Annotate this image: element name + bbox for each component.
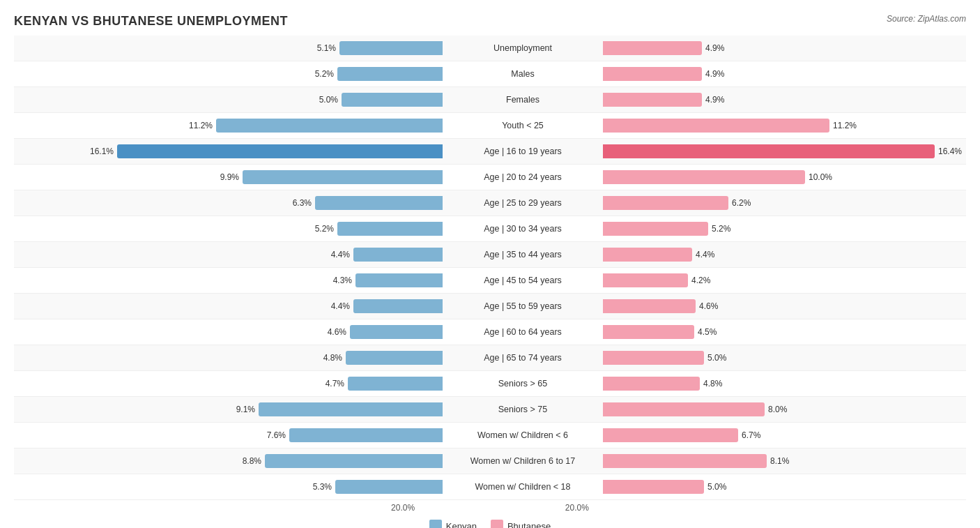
row-left-section: 4.8% xyxy=(14,351,446,365)
row-right-section: 6.7% xyxy=(599,428,980,442)
chart-row: 4.3% Age | 45 to 54 years 4.2% xyxy=(14,268,966,294)
right-value: 4.9% xyxy=(705,95,730,105)
kenyan-color-box xyxy=(429,520,442,528)
row-label: Age | 60 to 64 years xyxy=(446,327,599,337)
chart-row: 16.1% Age | 16 to 19 years 16.4% xyxy=(14,139,966,165)
right-value: 4.4% xyxy=(696,250,720,259)
left-bar xyxy=(346,351,443,365)
left-value: 4.4% xyxy=(326,301,350,311)
right-value: 6.2% xyxy=(732,198,756,208)
right-bar xyxy=(603,222,708,236)
left-value: 4.4% xyxy=(326,250,350,259)
row-label: Seniors > 65 xyxy=(446,379,599,389)
chart-row: 4.6% Age | 60 to 64 years 4.5% xyxy=(14,319,966,345)
row-left-section: 4.7% xyxy=(14,377,446,391)
right-bar xyxy=(603,480,704,494)
left-bar xyxy=(337,67,443,81)
left-bar xyxy=(350,325,443,339)
row-right-section: 4.6% xyxy=(599,299,980,313)
row-left-section: 11.2% xyxy=(14,119,446,133)
row-label: Males xyxy=(446,69,599,79)
row-right-section: 5.0% xyxy=(599,351,980,365)
left-value: 4.7% xyxy=(320,379,344,389)
right-bar xyxy=(603,41,702,55)
right-bar xyxy=(603,170,805,184)
left-value: 5.3% xyxy=(307,482,332,492)
right-value: 5.0% xyxy=(707,353,732,363)
left-bar xyxy=(335,480,443,494)
right-bar xyxy=(603,325,694,339)
row-right-section: 6.2% xyxy=(599,196,980,210)
chart-container: KENYAN VS BHUTANESE UNEMPLOYMENT Source:… xyxy=(0,0,980,528)
chart-row: 6.3% Age | 25 to 29 years 6.2% xyxy=(14,190,966,216)
row-label: Age | 16 to 19 years xyxy=(446,146,599,156)
right-value: 16.4% xyxy=(938,146,963,156)
right-bar xyxy=(603,196,728,210)
chart-row: 4.4% Age | 55 to 59 years 4.6% xyxy=(14,294,966,319)
row-right-section: 4.2% xyxy=(599,273,980,287)
right-value: 8.1% xyxy=(770,456,795,466)
left-bar xyxy=(339,41,443,55)
row-label: Unemployment xyxy=(446,43,599,53)
chart-area: 5.1% Unemployment 4.9% 5.2% Males 4.9% 5… xyxy=(14,36,966,500)
row-left-section: 5.2% xyxy=(14,222,446,236)
right-bar xyxy=(603,144,935,158)
right-bar xyxy=(603,248,692,262)
left-bar xyxy=(265,454,443,468)
legend: Kenyan Bhutanese xyxy=(14,520,966,528)
row-left-section: 8.8% xyxy=(14,454,446,468)
chart-row: 9.9% Age | 20 to 24 years 10.0% xyxy=(14,165,966,190)
right-bar xyxy=(603,377,700,391)
row-label: Age | 25 to 29 years xyxy=(446,198,599,208)
row-left-section: 9.1% xyxy=(14,402,446,416)
row-right-section: 8.0% xyxy=(599,402,980,416)
left-bar xyxy=(348,377,443,391)
row-left-section: 5.3% xyxy=(14,480,446,494)
right-bar xyxy=(603,273,688,287)
right-value: 4.6% xyxy=(699,301,723,311)
right-value: 4.9% xyxy=(705,43,730,53)
chart-row: 4.7% Seniors > 65 4.8% xyxy=(14,371,966,397)
left-value: 7.6% xyxy=(261,430,286,440)
row-left-section: 9.9% xyxy=(14,170,446,184)
chart-row: 5.3% Women w/ Children < 18 5.0% xyxy=(14,474,966,500)
left-value: 4.3% xyxy=(328,276,352,285)
left-bar xyxy=(342,93,443,107)
left-bar xyxy=(216,119,443,133)
row-right-section: 4.9% xyxy=(599,41,980,55)
left-bar xyxy=(243,170,443,184)
chart-row: 4.8% Age | 65 to 74 years 5.0% xyxy=(14,345,966,371)
right-bar xyxy=(603,299,696,313)
right-bar xyxy=(603,351,704,365)
chart-row: 5.2% Age | 30 to 34 years 5.2% xyxy=(14,216,966,242)
row-label: Age | 30 to 34 years xyxy=(446,224,599,234)
row-label: Age | 35 to 44 years xyxy=(446,250,599,259)
left-value: 5.0% xyxy=(314,95,338,105)
row-label: Women w/ Children < 18 xyxy=(446,482,599,492)
axis-left-label: 20.0% xyxy=(391,503,415,513)
row-right-section: 4.5% xyxy=(599,325,980,339)
bhutanese-color-box xyxy=(491,520,503,528)
row-left-section: 16.1% xyxy=(14,144,446,158)
row-right-section: 11.2% xyxy=(599,119,980,133)
left-value: 9.9% xyxy=(215,172,239,182)
right-bar xyxy=(603,454,767,468)
kenyan-label: Kenyan xyxy=(446,521,477,529)
left-value: 5.1% xyxy=(312,43,336,53)
row-label: Women w/ Children < 6 xyxy=(446,430,599,440)
row-left-section: 6.3% xyxy=(14,196,446,210)
left-value: 16.1% xyxy=(89,146,114,156)
right-bar xyxy=(603,119,829,133)
left-value: 11.2% xyxy=(188,121,213,130)
axis-row: 20.0% 20.0% xyxy=(14,503,966,513)
row-left-section: 4.6% xyxy=(14,325,446,339)
right-value: 11.2% xyxy=(833,121,857,130)
row-label: Youth < 25 xyxy=(446,121,599,130)
bhutanese-label: Bhutanese xyxy=(507,521,551,529)
legend-bhutanese: Bhutanese xyxy=(491,520,551,528)
right-value: 5.0% xyxy=(707,482,732,492)
row-label: Age | 45 to 54 years xyxy=(446,276,599,285)
right-bar xyxy=(603,402,765,416)
left-bar xyxy=(353,299,443,313)
left-value: 4.6% xyxy=(322,327,346,337)
